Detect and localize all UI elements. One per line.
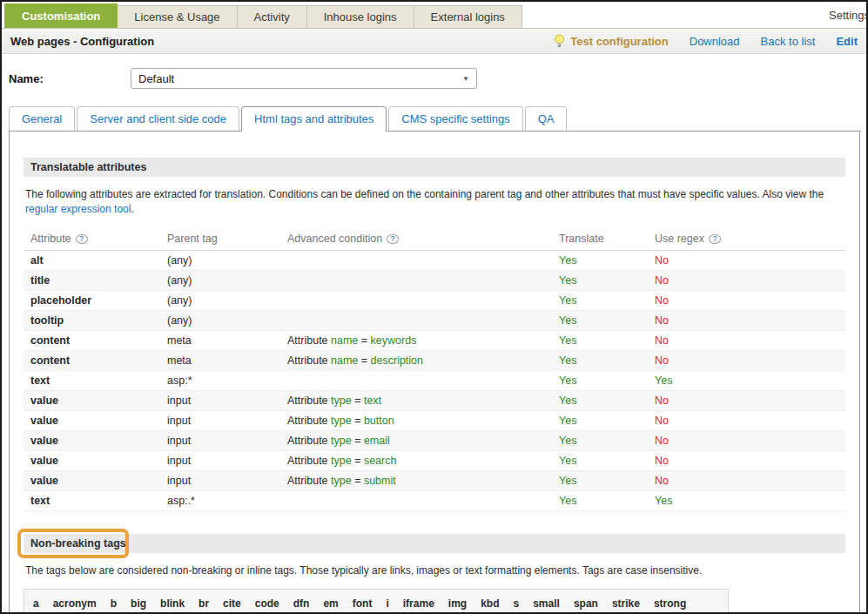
tab-general[interactable]: General <box>9 106 75 131</box>
attribute-cell: content <box>30 354 167 367</box>
window-tabs: CustomisationLicense & UsageActivityInho… <box>4 3 522 28</box>
condition-value: button <box>364 415 394 427</box>
condition-attr: name <box>331 334 358 347</box>
translate-value: Yes <box>559 455 576 467</box>
help-icon[interactable]: ? <box>709 234 721 244</box>
condition-attr: type <box>331 415 352 427</box>
back-to-list-link[interactable]: Back to list <box>761 35 816 48</box>
name-row: Name: Default ▼ <box>2 54 866 101</box>
translate-value: Yes <box>559 274 576 287</box>
parent-tag-cell: asp:* <box>167 374 287 387</box>
translate-value: Yes <box>559 294 576 307</box>
non-breaking-description: The tags below are considered non-breaki… <box>25 563 844 578</box>
download-link[interactable]: Download <box>690 35 740 48</box>
tag-item: cite <box>223 596 241 612</box>
parent-tag-cell: (any) <box>167 314 287 327</box>
condition-attr: type <box>331 435 352 447</box>
parent-tag-cell: input <box>167 435 287 447</box>
column-header-label: Parent tag <box>167 233 218 245</box>
attribute-cell: content <box>30 334 167 347</box>
column-header-advanced-condition: Advanced condition? <box>287 233 559 245</box>
use-regex-cell: No <box>655 354 811 367</box>
attribute-cell: text <box>30 495 167 507</box>
settings-link[interactable]: Settings <box>829 9 868 22</box>
chevron-down-icon: ▼ <box>462 75 469 83</box>
use-regex-value: No <box>655 415 669 427</box>
tag-item: kbd <box>481 596 499 612</box>
condition-cell: Attribute type = search <box>287 455 559 467</box>
column-header-attribute: Attribute? <box>30 233 167 245</box>
regular-expression-tool-link[interactable]: regular expression tool <box>25 203 131 215</box>
use-regex-cell: Yes <box>655 495 811 507</box>
use-regex-value: No <box>655 334 669 347</box>
use-regex-value: No <box>655 254 669 267</box>
column-header-use-regex: Use regex? <box>655 233 811 245</box>
tab-qa[interactable]: QA <box>525 106 568 131</box>
use-regex-cell: No <box>655 334 811 347</box>
translate-cell: Yes <box>559 374 655 387</box>
table-row: textasp:*YesYes <box>24 371 845 391</box>
table-row: valueinputAttribute type = searchYesNo <box>24 451 845 471</box>
use-regex-value: No <box>655 294 669 307</box>
translate-cell: Yes <box>559 314 655 327</box>
name-label: Name: <box>9 72 131 85</box>
edit-link[interactable]: Edit <box>836 35 858 48</box>
translate-value: Yes <box>559 495 576 507</box>
test-configuration-button[interactable]: Test configuration <box>554 34 668 48</box>
column-header-translate: Translate <box>559 233 655 245</box>
table-row: contentmetaAttribute name = keywordsYesN… <box>24 331 845 351</box>
use-regex-value: No <box>655 395 669 407</box>
tag-item: a <box>33 596 39 612</box>
tag-item: strike <box>612 596 640 612</box>
condition-value: text <box>364 395 381 407</box>
parent-tag-cell: (any) <box>167 254 287 267</box>
window-tab-external-logins[interactable]: External logins <box>414 5 522 28</box>
tag-item: dfn <box>293 596 310 612</box>
parent-tag-cell: input <box>167 455 287 467</box>
condition-attr: name <box>331 354 358 367</box>
test-configuration-label: Test configuration <box>570 35 668 48</box>
tag-item: em <box>323 596 338 612</box>
window-tab-license-usage[interactable]: License & Usage <box>118 5 237 28</box>
tag-item: strong <box>654 596 686 612</box>
translatable-description: The following attributes are extracted f… <box>25 187 844 218</box>
use-regex-value: No <box>655 274 669 287</box>
page-headerbar: Web pages - Configuration Test configura… <box>2 29 866 54</box>
window-tab-activity[interactable]: Activity <box>238 5 307 28</box>
window-tab-inhouse-logins[interactable]: Inhouse logins <box>307 5 414 28</box>
condition-cell: Attribute type = text <box>287 395 559 407</box>
translate-value: Yes <box>559 374 576 387</box>
parent-tag-cell: input <box>167 395 287 407</box>
translate-cell: Yes <box>559 354 655 367</box>
translatable-attributes-header: Translatable attributes <box>24 158 845 177</box>
table-row: valueinputAttribute type = submitYesNo <box>24 471 845 491</box>
description-text: The following attributes are extracted f… <box>25 188 824 200</box>
app-window: CustomisationLicense & UsageActivityInho… <box>0 0 868 614</box>
table-row: title(any)YesNo <box>24 271 845 291</box>
table-row: contentmetaAttribute name = descriptionY… <box>24 351 845 371</box>
translate-cell: Yes <box>559 455 655 467</box>
tag-item: i <box>386 596 388 612</box>
table-row: valueinputAttribute type = emailYesNo <box>24 431 845 451</box>
table-row: valueinputAttribute type = buttonYesNo <box>24 411 845 431</box>
window-tab-customisation[interactable]: Customisation <box>4 3 118 28</box>
non-breaking-tags-header: Non-breaking tags <box>24 534 845 553</box>
tag-item: acronym <box>53 596 97 612</box>
tab-cms-specific-settings[interactable]: CMS specific settings <box>388 106 522 131</box>
column-header-parent-tag: Parent tag <box>167 233 287 245</box>
help-icon[interactable]: ? <box>387 234 399 244</box>
description-text-end: . <box>131 203 133 215</box>
condition-value: email <box>364 435 390 447</box>
translate-value: Yes <box>559 415 576 427</box>
name-select[interactable]: Default ▼ <box>131 68 477 89</box>
condition-cell: Attribute type = submit <box>287 475 559 487</box>
help-icon[interactable]: ? <box>76 234 88 244</box>
use-regex-cell: No <box>655 435 811 447</box>
tab-html-tags-and-attributes[interactable]: Html tags and attributes <box>241 106 387 132</box>
translate-value: Yes <box>559 254 576 267</box>
tab-server-and-client-side-code[interactable]: Server and client side code <box>77 106 239 131</box>
parent-tag-cell: meta <box>167 354 287 367</box>
tag-item: s <box>514 596 520 612</box>
condition-cell: Attribute type = email <box>287 435 559 447</box>
translate-value: Yes <box>559 475 576 487</box>
